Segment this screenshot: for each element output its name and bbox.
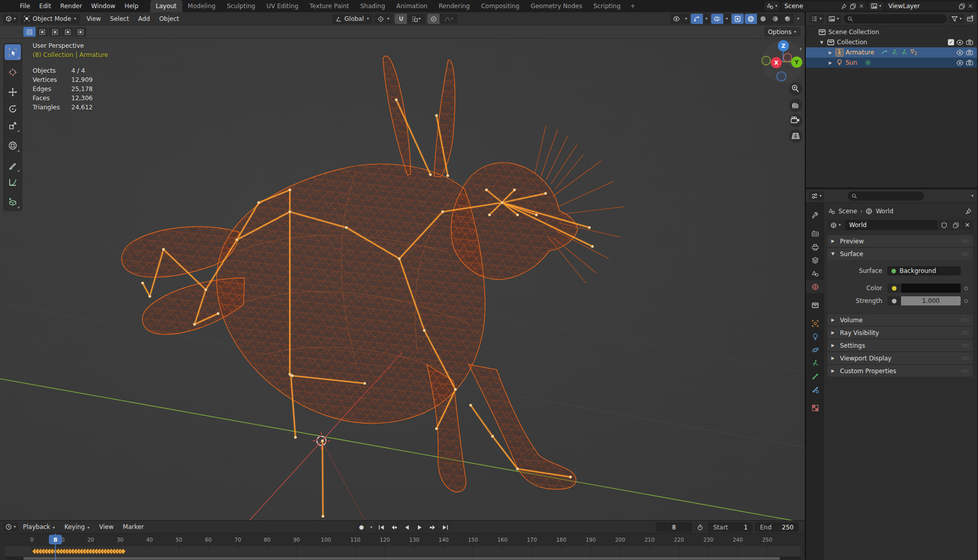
workspace-tab-shading[interactable]: Shading <box>355 0 391 12</box>
end-frame-field[interactable]: End 250 <box>755 522 799 532</box>
outliner-item-armature[interactable]: ▶Armature∇2 <box>806 47 977 58</box>
panel-volume[interactable]: ▶Volume∷∷ <box>827 314 973 326</box>
tool-measure-button[interactable] <box>5 174 21 190</box>
shading-dropdown[interactable]: ▾ <box>795 14 802 24</box>
outliner-display-mode-button[interactable]: ▾ <box>809 14 824 23</box>
tool-cursor-button[interactable] <box>5 64 21 80</box>
visibility-dropdown[interactable] <box>670 14 683 24</box>
duplicate-icon[interactable] <box>850 3 856 10</box>
shading-solid-button[interactable] <box>757 14 769 24</box>
tool-select-box-button[interactable] <box>5 44 21 60</box>
workspace-tab-geometry-nodes[interactable]: Geometry Nodes <box>525 0 588 12</box>
remove-icon[interactable]: ✕ <box>968 3 973 10</box>
eye-icon[interactable] <box>956 49 964 57</box>
world-browse-button[interactable]: ▾ <box>827 220 845 230</box>
workspace-tab-compositing[interactable]: Compositing <box>475 0 525 12</box>
topbar-menu-edit[interactable]: Edit <box>35 1 56 11</box>
scene-name-field[interactable]: Scene ✕ <box>781 2 867 11</box>
properties-tab-object-data[interactable] <box>806 356 824 370</box>
start-frame-field[interactable]: Start 1 <box>708 522 753 532</box>
overlays-chevron[interactable]: ▾ <box>723 14 730 24</box>
workspace-tab-animation[interactable]: Animation <box>391 0 433 12</box>
workspace-tab-layout[interactable]: Layout <box>150 0 182 12</box>
eye-icon[interactable] <box>956 59 964 67</box>
orientation-dropdown[interactable]: Global ▾ <box>332 14 372 24</box>
gizmos-toggle[interactable] <box>691 14 703 24</box>
viewport-menu-view[interactable]: View <box>82 14 105 24</box>
color-socket-button[interactable] <box>887 284 901 293</box>
topbar-menu-file[interactable]: File <box>15 1 35 11</box>
panel-drag-dots[interactable]: ∷∷ <box>961 251 969 257</box>
panel-custom-properties[interactable]: ▶Custom Properties∷∷ <box>827 365 973 377</box>
properties-tab-collection[interactable] <box>806 298 824 312</box>
timeline-menu-view[interactable]: View <box>95 522 118 532</box>
world-name-field[interactable]: World <box>845 220 938 230</box>
workspace-tab-texture-paint[interactable]: Texture Paint <box>304 0 355 12</box>
breadcrumb-world[interactable]: World <box>876 208 893 215</box>
timeline-menu-marker[interactable]: Marker <box>118 522 148 532</box>
preview-range-toggle[interactable] <box>694 522 706 532</box>
select-mode-invert-button[interactable] <box>62 27 74 37</box>
properties-tab-physics[interactable] <box>806 343 824 356</box>
workspace-tab-scripting[interactable]: Scripting <box>588 0 626 12</box>
shading-wireframe-button[interactable] <box>745 14 757 24</box>
properties-tab-render[interactable] <box>806 227 824 240</box>
tool-scale-button[interactable] <box>5 118 21 133</box>
outliner-item-collection[interactable]: ▼Collection✓ <box>806 37 977 47</box>
properties-search-input[interactable] <box>848 191 924 201</box>
pivot-dropdown[interactable]: ▾ <box>374 14 393 24</box>
options-button[interactable]: Options▾ <box>764 27 801 37</box>
panel-drag-dots[interactable]: ∷∷ <box>961 317 969 323</box>
new-collection-icon[interactable] <box>966 15 974 22</box>
editor-type-button[interactable]: ▾ <box>3 14 18 23</box>
properties-tab-output[interactable] <box>806 240 824 254</box>
panel-viewport-display[interactable]: ▶Viewport Display∷∷ <box>827 352 973 364</box>
viewlayer-name-field[interactable]: ViewLayer ✕ <box>885 2 976 11</box>
workspace-tab-sculpting[interactable]: Sculpting <box>221 0 261 12</box>
properties-tab-tool[interactable] <box>806 209 824 222</box>
viewport-menu-select[interactable]: Select <box>105 14 133 24</box>
timeline-ruler-and-keyframes[interactable]: 0102030405060708090100110120130140150160… <box>0 534 806 560</box>
xray-toggle[interactable] <box>731 14 744 24</box>
proportional-editing-toggle[interactable] <box>427 14 440 24</box>
shading-rendered-button[interactable] <box>781 14 794 24</box>
gizmos-chevron[interactable]: ▾ <box>703 14 710 24</box>
strength-slider[interactable]: 1.000 <box>901 296 961 305</box>
auto-keying-toggle[interactable]: ● <box>356 522 367 532</box>
viewlayer-selector-button[interactable]: ▾ <box>868 2 884 11</box>
color-swatch-field[interactable] <box>901 284 961 293</box>
viewport-menu-add[interactable]: Add <box>133 14 154 24</box>
overlays-toggle[interactable] <box>711 14 723 24</box>
panel-preview[interactable]: ▶Preview∷∷ <box>827 235 973 247</box>
tool-add-cube-button[interactable] <box>5 194 21 210</box>
properties-tab-constraints[interactable] <box>806 330 824 343</box>
panel-drag-dots[interactable]: ∷∷ <box>961 368 969 374</box>
outliner-editor-type-button[interactable]: ▾ <box>826 14 841 23</box>
unlink-icon[interactable]: ✕ <box>859 3 864 10</box>
topbar-menu-render[interactable]: Render <box>56 1 87 11</box>
play-button[interactable] <box>414 522 425 532</box>
panel-drag-dots[interactable]: ∷∷ <box>961 330 969 335</box>
unlink-datablock-button[interactable]: ✕ <box>962 220 973 230</box>
sidebar-collapse-chevron[interactable]: ‹ <box>799 45 802 52</box>
play-reverse-button[interactable] <box>401 522 413 532</box>
viewport-menu-object[interactable]: Object <box>154 14 183 24</box>
select-mode-set-button[interactable] <box>23 27 36 37</box>
properties-tab-bone-constraints[interactable] <box>806 383 824 396</box>
timeline-editor-type-button[interactable]: ▾ <box>3 522 18 531</box>
pin-icon[interactable] <box>840 3 847 10</box>
properties-tab-world[interactable] <box>806 280 824 293</box>
shading-material-preview-button[interactable] <box>769 14 781 24</box>
properties-tab-texture[interactable] <box>806 401 824 414</box>
panel-drag-dots[interactable]: ∷∷ <box>961 238 969 244</box>
select-mode-subtract-button[interactable] <box>49 27 61 37</box>
workspace-tab-uv-editing[interactable]: UV Editing <box>261 0 304 12</box>
properties-options-chevron[interactable]: ▾ <box>971 194 974 198</box>
select-mode-extend-button[interactable] <box>36 27 48 37</box>
workspace-tab-rendering[interactable]: Rendering <box>433 0 475 12</box>
outliner-item-scene-collection[interactable]: Scene Collection <box>806 27 977 37</box>
blender-logo-icon[interactable] <box>4 2 13 10</box>
navigation-gizmo[interactable]: ZXY <box>762 40 804 83</box>
eye-icon[interactable] <box>956 39 964 46</box>
topbar-menu-help[interactable]: Help <box>120 1 143 11</box>
